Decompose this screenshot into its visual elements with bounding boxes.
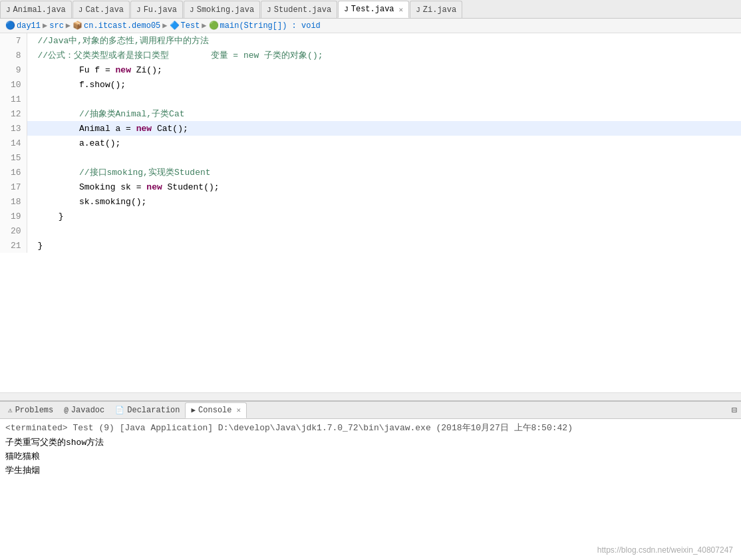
line-number: 15	[0, 150, 27, 165]
line-content: }	[27, 209, 741, 223]
console-terminated: <terminated> Test (9) [Java Application]…	[5, 422, 736, 434]
line-number: 8	[0, 48, 27, 63]
table-row: 9 Fu f = new Zi();	[0, 63, 741, 77]
editor-area: 7 //Java中,对象的多态性,调用程序中的方法 8 //公式：父类类型或者是…	[0, 33, 741, 392]
table-row: 15	[0, 150, 741, 165]
breadcrumb-method[interactable]: main(String[]) : void	[220, 21, 321, 31]
line-number: 11	[0, 92, 27, 106]
line-number: 13	[0, 121, 27, 136]
java-icon-test: J	[344, 5, 349, 13]
tab-label-student: Student.java	[274, 5, 331, 15]
breadcrumb: 🔵 day11 ▶ src ▶ 📦 cn.itcast.demo05 ▶ 🔷 T…	[0, 19, 741, 33]
table-row: 14 a.eat();	[0, 136, 741, 150]
line-number: 20	[0, 223, 27, 238]
tab-fu[interactable]: J Fu.java	[130, 1, 183, 18]
tab-cat[interactable]: J Cat.java	[73, 1, 130, 18]
tab-label-animal: Animal.java	[13, 5, 66, 15]
javadoc-icon: @	[64, 406, 69, 414]
tab-label-zi: Zi.java	[423, 5, 456, 15]
breadcrumb-class-icon: 🔷	[170, 21, 180, 31]
tab-test[interactable]: J Test.java ✕	[338, 1, 409, 18]
tab-student[interactable]: J Student.java	[261, 1, 337, 18]
line-content: }	[27, 238, 741, 253]
breadcrumb-package-icon: 📦	[73, 21, 82, 31]
console-line-3: 学生抽烟	[5, 464, 736, 478]
table-row: 21 }	[0, 238, 741, 253]
line-number: 12	[0, 106, 27, 121]
line-number: 9	[0, 63, 27, 77]
table-row: 17 Smoking sk = new Student();	[0, 180, 741, 194]
tab-zi[interactable]: J Zi.java	[410, 1, 462, 18]
java-icon-smoking: J	[190, 6, 194, 14]
console-icon: ▶	[191, 406, 196, 414]
tab-javadoc[interactable]: @ Javadoc	[59, 402, 110, 418]
table-row: 16 //接口smoking,实现类Student	[0, 165, 741, 180]
console-content: <terminated> Test (9) [Java Application]…	[0, 419, 741, 560]
console-output: 子类重写父类的show方法 猫吃猫粮 学生抽烟	[5, 436, 736, 478]
tab-label-test: Test.java	[351, 5, 394, 14]
tab-label-problems: Problems	[15, 406, 54, 415]
line-number: 19	[0, 209, 27, 223]
line-content: //Java中,对象的多态性,调用程序中的方法	[27, 33, 741, 48]
java-icon-animal: J	[6, 6, 11, 14]
line-content	[27, 150, 741, 165]
tab-console[interactable]: ▶ Console ✕	[185, 402, 247, 418]
line-number: 14	[0, 136, 27, 150]
table-row: 8 //公式：父类类型或者是接口类型 变量 = new 子类的对象();	[0, 48, 741, 63]
line-number: 17	[0, 180, 27, 194]
table-row: 10 f.show();	[0, 77, 741, 92]
breadcrumb-icon: 🔵	[5, 21, 15, 31]
watermark: https://blog.csdn.net/weixin_40807247	[597, 545, 733, 555]
line-content: //抽象类Animal,子类Cat	[27, 106, 741, 121]
tab-animal[interactable]: J Animal.java	[0, 1, 72, 18]
line-number: 21	[0, 238, 27, 253]
code-table: 7 //Java中,对象的多态性,调用程序中的方法 8 //公式：父类类型或者是…	[0, 33, 741, 253]
line-content: sk.smoking();	[27, 194, 741, 209]
tab-problems[interactable]: ⚠ Problems	[3, 402, 59, 418]
breadcrumb-src[interactable]: src	[49, 21, 64, 31]
line-content: Fu f = new Zi();	[27, 63, 741, 77]
line-content: f.show();	[27, 77, 741, 92]
table-row: 20	[0, 223, 741, 238]
table-row: 13 Animal a = new Cat();	[0, 121, 741, 136]
panel-minimize-button[interactable]: ⊟	[732, 404, 737, 416]
breadcrumb-day11[interactable]: day11	[17, 21, 41, 31]
line-content: Smoking sk = new Student();	[27, 180, 741, 194]
problems-icon: ⚠	[8, 406, 13, 414]
tab-label-smoking: Smoking.java	[197, 5, 254, 15]
declaration-icon: 📄	[115, 406, 124, 414]
tab-bar: J Animal.java J Cat.java J Fu.java J Smo…	[0, 0, 741, 19]
line-content	[27, 223, 741, 238]
tab-declaration[interactable]: 📄 Declaration	[110, 402, 185, 418]
breadcrumb-class[interactable]: Test	[181, 21, 200, 31]
panel-tab-bar: ⚠ Problems @ Javadoc 📄 Declaration ▶ Con…	[0, 402, 741, 419]
console-line-1: 子类重写父类的show方法	[5, 436, 736, 450]
line-number: 18	[0, 194, 27, 209]
bottom-panel: ⚠ Problems @ Javadoc 📄 Declaration ▶ Con…	[0, 400, 741, 560]
line-content: //公式：父类类型或者是接口类型 变量 = new 子类的对象();	[27, 48, 741, 63]
close-icon-console[interactable]: ✕	[237, 406, 241, 414]
table-row: 7 //Java中,对象的多态性,调用程序中的方法	[0, 33, 741, 48]
java-icon-zi: J	[416, 6, 420, 14]
horizontal-scrollbar[interactable]	[0, 392, 741, 400]
line-content: Animal a = new Cat();	[27, 121, 741, 136]
tab-label-declaration: Declaration	[127, 406, 180, 415]
line-content: //接口smoking,实现类Student	[27, 165, 741, 180]
table-row: 19 }	[0, 209, 741, 223]
java-icon-cat: J	[78, 6, 83, 14]
close-icon-test[interactable]: ✕	[399, 5, 404, 14]
tab-label-javadoc: Javadoc	[71, 406, 104, 415]
tab-label-console: Console	[198, 406, 231, 415]
java-icon-student: J	[267, 6, 271, 14]
table-row: 11	[0, 92, 741, 106]
breadcrumb-package[interactable]: cn.itcast.demo05	[84, 21, 160, 31]
java-icon-fu: J	[136, 6, 141, 14]
breadcrumb-method-icon: 🟢	[209, 21, 219, 31]
line-number: 7	[0, 33, 27, 48]
line-number: 10	[0, 77, 27, 92]
table-row: 12 //抽象类Animal,子类Cat	[0, 106, 741, 121]
line-number: 16	[0, 165, 27, 180]
tab-smoking[interactable]: J Smoking.java	[184, 1, 260, 18]
tab-label-cat: Cat.java	[85, 5, 124, 15]
tab-label-fu: Fu.java	[144, 5, 177, 15]
